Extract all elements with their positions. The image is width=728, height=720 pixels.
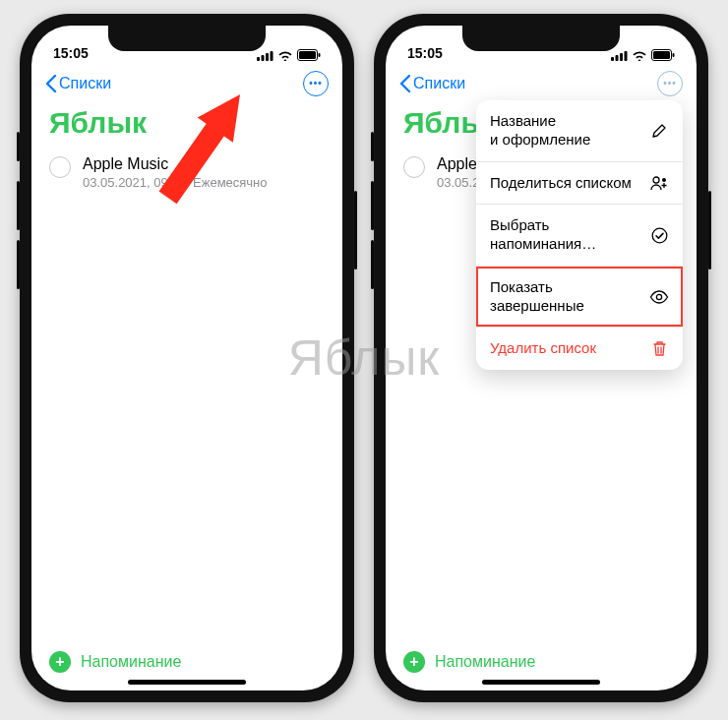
phone-right: 15:05 Списки ••• Яблык (374, 14, 708, 702)
menu-item-label: Название и оформление (490, 112, 649, 150)
svg-rect-10 (625, 51, 628, 61)
complete-toggle[interactable] (403, 156, 425, 178)
svg-rect-6 (319, 53, 321, 57)
svg-rect-2 (266, 53, 269, 61)
menu-item-delete-list[interactable]: Удалить список (476, 328, 683, 370)
back-label: Списки (413, 75, 465, 92)
svg-rect-5 (299, 51, 316, 59)
phone-left: 15:05 Списки ••• Яблык (20, 14, 354, 702)
more-button[interactable]: ••• (657, 71, 683, 96)
back-button[interactable]: Списки (45, 75, 111, 92)
trash-icon (649, 340, 669, 357)
svg-rect-9 (620, 53, 623, 61)
home-indicator[interactable] (482, 680, 600, 685)
svg-point-14 (653, 177, 659, 183)
svg-rect-0 (257, 57, 260, 61)
plus-icon: + (403, 651, 425, 673)
cellular-icon (257, 50, 273, 61)
complete-toggle[interactable] (49, 156, 71, 178)
back-button[interactable]: Списки (399, 75, 465, 92)
ellipsis-icon: ••• (663, 79, 677, 89)
status-time: 15:05 (53, 45, 89, 61)
home-indicator[interactable] (128, 680, 246, 685)
battery-icon (297, 49, 321, 61)
chevron-left-icon (45, 75, 57, 92)
back-label: Списки (59, 75, 111, 92)
svg-rect-13 (673, 53, 675, 57)
new-reminder-label: Напоминание (435, 653, 535, 671)
plus-icon: + (49, 651, 71, 673)
cellular-icon (611, 50, 628, 61)
menu-item-share-list[interactable]: Поделиться списком (476, 162, 683, 206)
checkmark-circle-icon (649, 227, 669, 244)
chevron-left-icon (399, 75, 411, 92)
svg-rect-7 (611, 57, 614, 61)
menu-item-select-reminders[interactable]: Выбрать напоминания… (476, 205, 683, 267)
new-reminder-label: Напоминание (81, 653, 181, 671)
menu-item-label: Удалить список (490, 339, 649, 358)
menu-item-label: Выбрать напоминания… (490, 216, 649, 254)
menu-item-name-appearance[interactable]: Название и оформление (476, 100, 683, 162)
svg-point-16 (652, 228, 667, 243)
notch (108, 26, 266, 51)
menu-item-label: Показать завершенные (490, 278, 649, 316)
menu-item-label: Поделиться списком (490, 174, 649, 193)
svg-rect-1 (262, 55, 265, 61)
svg-rect-3 (271, 51, 273, 61)
more-button[interactable]: ••• (303, 71, 329, 96)
menu-item-show-completed[interactable]: Показать завершенные (476, 267, 683, 329)
context-menu: Название и оформление Поделиться списком… (476, 100, 683, 370)
status-icons (611, 49, 675, 61)
svg-rect-8 (616, 55, 619, 61)
wifi-icon (632, 50, 647, 61)
svg-rect-12 (653, 51, 670, 59)
status-time: 15:05 (407, 45, 443, 61)
wifi-icon (277, 50, 293, 61)
share-people-icon (649, 175, 669, 191)
eye-icon (649, 290, 669, 304)
status-icons (257, 49, 321, 61)
battery-icon (651, 49, 675, 61)
notch (462, 26, 620, 51)
svg-point-17 (656, 294, 661, 299)
svg-point-15 (662, 178, 666, 182)
pencil-icon (649, 123, 669, 139)
ellipsis-icon: ••• (309, 79, 323, 89)
